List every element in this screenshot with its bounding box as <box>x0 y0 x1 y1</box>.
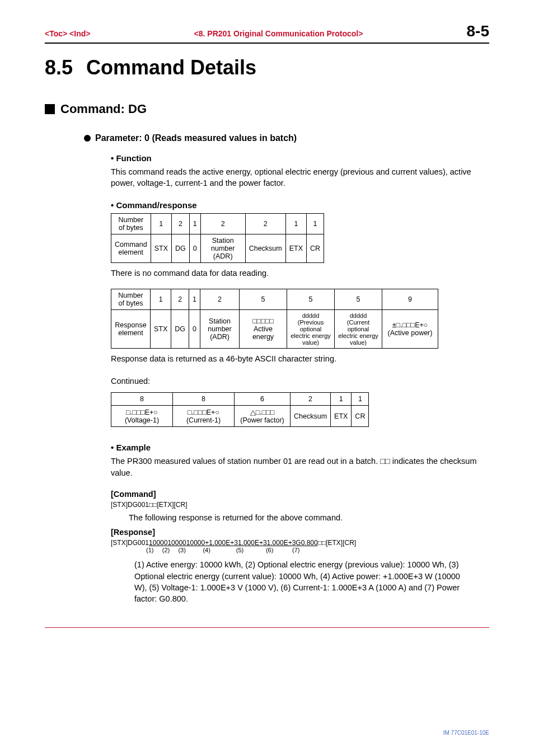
continued-label: Continued: <box>111 375 484 387</box>
t1-h-bytes: Number of bytes <box>111 213 151 234</box>
command-line: [STX]DG001□□[ETX][CR] <box>111 501 489 509</box>
t1-e7: CR <box>307 234 324 262</box>
t3-b2: 8 <box>173 393 235 406</box>
dot-bullet-icon <box>84 135 91 142</box>
t1-b3: 1 <box>189 213 200 234</box>
function-text: This command reads the active energy, op… <box>111 166 484 189</box>
t2-e4: Station number (ADR) <box>200 309 240 348</box>
doc-id-footer: IM 77C01E01-10E <box>443 730 489 736</box>
t1-b5: 2 <box>245 213 285 234</box>
command-response-heading: • Command/response <box>111 200 489 210</box>
header-rule <box>45 43 489 44</box>
response-line: [STX]DG001100001000010000+1.000E+31.000E… <box>111 539 489 547</box>
toc-link[interactable]: <Toc> <box>45 29 67 38</box>
t3-e1: □.□□□E+○ (Voltage-1) <box>111 406 173 427</box>
t2-b4: 2 <box>200 289 240 309</box>
parameter-heading: Parameter: 0 (Reads measured values in b… <box>84 133 489 143</box>
t3-e5: ETX <box>331 406 352 427</box>
t2-b1: 1 <box>151 289 171 309</box>
t3-e6: CR <box>352 406 369 427</box>
t2-e7: ddddd (Current optional electric energy … <box>335 309 382 348</box>
t1-b7: 1 <box>307 213 324 234</box>
section-title: 8.5Command Details <box>45 56 489 79</box>
t3-b5: 1 <box>331 393 352 406</box>
command-table: Number of bytes 1 2 1 2 2 1 1 Command el… <box>111 213 324 263</box>
response-46byte-note: Response data is returned as a 46-byte A… <box>111 353 484 364</box>
t2-e6: ddddd (Previous optional electric energy… <box>287 309 335 348</box>
page-number: 8-5 <box>467 22 489 40</box>
t2-e1: STX <box>151 309 171 348</box>
response-ref-numbers: (1) (2) (3) (4) (5) (6) (7) <box>146 547 489 553</box>
t2-b6: 5 <box>287 289 335 309</box>
t3-b3: 6 <box>235 393 291 406</box>
t3-b6: 1 <box>352 393 369 406</box>
t1-e1: STX <box>151 234 171 262</box>
response-table: Number of bytes 1 2 1 2 5 5 5 9 Response… <box>111 289 438 349</box>
command-label: [Command] <box>111 490 489 499</box>
example-heading: • Example <box>111 443 489 452</box>
t2-e8: ±□.□□□E+○ (Active power) <box>382 309 438 348</box>
t1-b6: 1 <box>285 213 306 234</box>
t3-e2: □.□□□E+○ (Current-1) <box>173 406 235 427</box>
following-response-text: The following response is returned for t… <box>129 512 484 523</box>
response-label: [Response] <box>111 528 489 537</box>
t1-e2: DG <box>171 234 189 262</box>
footer-rule <box>45 627 489 628</box>
example-intro: The PR300 measured values of station num… <box>111 456 484 478</box>
square-bullet-icon <box>45 104 55 114</box>
t3-b1: 8 <box>111 393 173 406</box>
t1-b1: 1 <box>151 213 171 234</box>
t1-b2: 2 <box>171 213 189 234</box>
t2-b2: 2 <box>171 289 189 309</box>
ind-link[interactable]: <Ind> <box>69 29 90 38</box>
t2-e2: DG <box>171 309 189 348</box>
function-heading: • Function <box>111 153 489 163</box>
t1-h-elem: Command element <box>111 234 151 262</box>
response-explain: (1) Active energy: 10000 kWh, (2) Option… <box>134 559 467 604</box>
t2-b7: 5 <box>335 289 382 309</box>
chapter-title: <8. PR201 Original Communication Protoco… <box>90 29 466 38</box>
t2-b5: 5 <box>240 289 287 309</box>
t2-e5: □□□□□ Active energy <box>240 309 287 348</box>
section-number: 8.5 <box>45 56 73 79</box>
t1-e4: Station number (ADR) <box>200 234 245 262</box>
t2-b3: 1 <box>189 289 200 309</box>
t3-e4: Checksum <box>291 406 331 427</box>
t1-e5: Checksum <box>245 234 285 262</box>
t1-b4: 2 <box>200 213 245 234</box>
t1-e3: 0 <box>189 234 200 262</box>
response-cont-table: 8 8 6 2 1 1 □.□□□E+○ (Voltage-1) □.□□□E+… <box>111 392 369 427</box>
no-command-data-note: There is no command data for data readin… <box>111 267 484 279</box>
t2-e3: 0 <box>189 309 200 348</box>
t3-e3: △□.□□□ (Power factor) <box>235 406 291 427</box>
t2-b8: 9 <box>382 289 438 309</box>
command-heading: Command: DG <box>45 102 489 116</box>
t3-b4: 2 <box>291 393 331 406</box>
t2-h-elem: Response element <box>111 309 151 348</box>
t1-e6: ETX <box>285 234 306 262</box>
t2-h-bytes: Number of bytes <box>111 289 151 309</box>
